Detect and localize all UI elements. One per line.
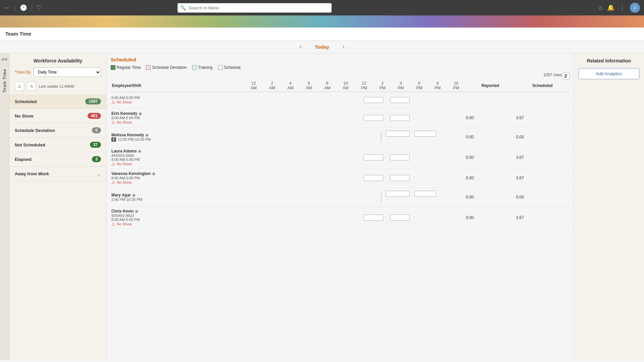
side-collapse-panel[interactable]: «» Team Time xyxy=(0,53,9,360)
table-header: Employee/Shift 12AM 2AM 4AM 6AM 8AM 10AM… xyxy=(111,80,570,92)
no-show-label: No Show xyxy=(117,120,132,124)
bell-icon[interactable]: 🔔 xyxy=(607,4,614,11)
refresh-icon: ↻ xyxy=(30,84,33,89)
shift-info: 12:00 PM-10:30 PM xyxy=(118,137,151,141)
top-navigation: ← | 🕐 | ♡ 🔍 ⌂ 🔔 ⋮ U xyxy=(0,0,644,15)
scheduled-cell: 0.00 xyxy=(516,188,570,207)
shift-info: 8:00 AM-5:00 PM xyxy=(111,96,244,100)
no-show-label: No Show xyxy=(117,180,132,184)
legend-label-deviation: Schedule Deviation xyxy=(152,65,186,70)
sidebar-item-elapsed[interactable]: Elapsed 3 xyxy=(9,152,106,167)
sidebar-item-scheduled[interactable]: Scheduled 1097 xyxy=(9,94,106,109)
table-row: Melissa Kennedy ◉ II 12:00 PM-10:30 PM xyxy=(111,128,570,147)
sort-button[interactable]: ⇵ xyxy=(562,73,570,80)
col-2pm: 2PM xyxy=(373,80,392,92)
avatar[interactable]: U xyxy=(630,3,640,13)
search-box: 🔍 xyxy=(177,3,332,13)
employee-name-row: Melissa Kennedy ◉ xyxy=(111,133,244,137)
schedule-bar xyxy=(364,115,383,121)
add-analytics-button[interactable]: Add Analytics xyxy=(579,68,639,79)
filter-icon: ☷ xyxy=(18,84,21,89)
legend-box-deviation xyxy=(146,65,151,70)
refresh-button[interactable]: ↻ xyxy=(27,82,36,91)
employee-cell: Erin Kennedy ◉ 8:00 AM-5:00 PM ⚠ No Show xyxy=(111,108,245,128)
prev-date-arrow[interactable]: ‹ xyxy=(300,44,301,50)
table-row: Laura Adams ◉ 444/555-6666 8:00 AM-5:00 … xyxy=(111,147,570,169)
check-icon: ◉ xyxy=(135,209,138,214)
timeline-table: Employee/Shift 12AM 2AM 4AM 6AM 8AM 10AM… xyxy=(111,80,570,229)
timeline-cell[interactable] xyxy=(245,128,465,147)
phone-info: 444/555-6666 xyxy=(111,153,244,157)
more-icon[interactable]: ⋮ xyxy=(619,4,625,11)
schedule-bar xyxy=(364,215,383,221)
heart-icon[interactable]: ♡ xyxy=(37,4,42,11)
page-title-bar: Team Time xyxy=(0,28,644,40)
sidebar-item-noshow[interactable]: No Show 451 xyxy=(9,109,106,123)
no-show-alert: ⚠ No Show xyxy=(111,222,244,227)
col-4pm: 4PM xyxy=(392,80,410,92)
sidebar-label-deviation: Schedule Deviation xyxy=(15,128,55,133)
legend-label-training: Training xyxy=(198,65,213,70)
schedule-bar xyxy=(364,154,383,161)
col-6am: 6AM xyxy=(300,80,318,92)
check-icon: ◉ xyxy=(138,149,141,153)
timeline-cell[interactable] xyxy=(245,108,465,128)
no-show-alert: ⚠ No Show xyxy=(111,162,244,167)
employee-name-row: Chris Kevin ◉ xyxy=(111,209,244,214)
employee-name-row: Laura Adams ◉ xyxy=(111,149,244,153)
rows-count-label: 1097 rows xyxy=(543,73,562,77)
schedule-bar xyxy=(414,131,436,137)
schedule-bar xyxy=(414,191,436,197)
timeline-cell[interactable] xyxy=(245,92,465,108)
sidebar-header: Workforce Availability xyxy=(9,53,106,66)
view-by-row: *View By Daily Time Weekly Time Monthly … xyxy=(9,66,106,80)
timeline-cell[interactable] xyxy=(245,207,465,229)
col-reported: Reported xyxy=(465,80,516,92)
timeline-cell[interactable] xyxy=(245,188,465,207)
reported-cell: 0.00 xyxy=(465,128,516,147)
left-sidebar: Workforce Availability *View By Daily Ti… xyxy=(9,53,107,360)
col-employee: Employee/Shift xyxy=(111,80,245,92)
employee-name-row: Vanessa Kensington ◉ xyxy=(111,171,244,176)
home-icon[interactable]: ⌂ xyxy=(599,4,602,11)
schedule-section: Scheduled Regular Time Schedule Deviatio… xyxy=(107,53,574,360)
search-input[interactable] xyxy=(177,3,332,13)
alert-icon: ⚠ xyxy=(111,100,115,105)
scheduled-cell: 3.67 xyxy=(516,108,570,128)
current-date-label: Today xyxy=(315,44,329,50)
col-8am: 8AM xyxy=(318,80,336,92)
sidebar-item-notscheduled[interactable]: Not Scheduled 37 xyxy=(9,138,106,152)
table-row: 8:00 AM-5:00 PM ⚠ No Show xyxy=(111,92,570,108)
table-row: Mary Agar ◉ 2:00 PM-10:30 PM xyxy=(111,188,570,207)
back-icon[interactable]: ← xyxy=(4,4,10,11)
related-info-title: Related Information xyxy=(579,58,639,63)
last-update-text: Last update 11:40AM xyxy=(39,84,74,88)
check-icon: ◉ xyxy=(139,111,142,116)
employee-cell: Laura Adams ◉ 444/555-6666 8:00 AM-5:00 … xyxy=(111,147,245,169)
side-panel-label: Team Time xyxy=(2,69,7,93)
shift-info: 8:00 AM-5:00 PM xyxy=(111,157,244,162)
col-10am: 10AM xyxy=(336,80,355,92)
schedule-bar xyxy=(390,154,410,161)
reported-cell xyxy=(465,92,516,108)
reported-cell: 0.00 xyxy=(465,147,516,169)
sidebar-item-deviation[interactable]: Schedule Deviation 0 xyxy=(9,123,106,138)
reported-cell: 0.00 xyxy=(465,169,516,188)
filter-button[interactable]: ☷ xyxy=(15,82,24,91)
view-by-select[interactable]: Daily Time Weekly Time Monthly Time xyxy=(34,67,101,77)
reported-cell: 0.00 xyxy=(465,188,516,207)
reported-cell: 0.00 xyxy=(465,207,516,229)
employee-cell: 8:00 AM-5:00 PM ⚠ No Show xyxy=(111,92,245,108)
sidebar-item-away[interactable]: Away from Work ⌄ xyxy=(9,167,106,181)
timeline-cell[interactable] xyxy=(245,147,465,169)
next-date-arrow[interactable]: › xyxy=(343,44,344,50)
history-icon[interactable]: 🕐 xyxy=(20,4,27,11)
check-icon: ◉ xyxy=(145,133,149,137)
pause-indicator: II xyxy=(111,137,116,142)
legend-regular-time: Regular Time xyxy=(111,65,141,70)
timeline-midline xyxy=(381,132,381,142)
timeline-cell[interactable] xyxy=(245,169,465,188)
employee-name-row: Mary Agar ◉ xyxy=(111,193,244,197)
main-content: Scheduled Regular Time Schedule Deviatio… xyxy=(107,53,574,360)
top-nav-right-icons: ⌂ 🔔 ⋮ U xyxy=(599,3,640,13)
